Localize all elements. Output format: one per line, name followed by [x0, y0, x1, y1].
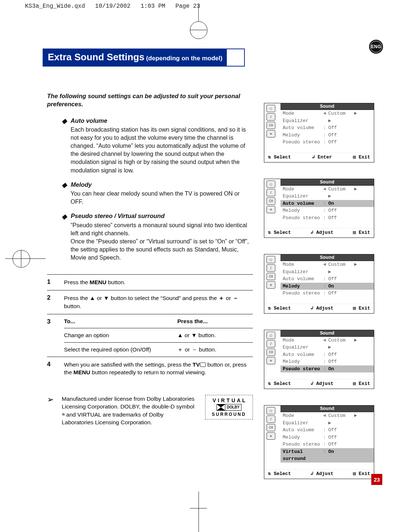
intro-text: The following sound settings can be adju… — [47, 92, 253, 108]
osd-row-mode: Mode◄Custom ► — [280, 412, 374, 419]
osd-title: Sound — [280, 254, 374, 261]
osd-screen: ▢♪CH≡SoundMode◄Custom ►Equalizer▶Auto vo… — [264, 405, 374, 479]
osd-row-mode: Mode◄Custom ► — [280, 186, 374, 193]
osd-row-av: Auto volume:Off — [280, 426, 374, 434]
osd-row-eq: Equalizer▶ — [280, 419, 374, 427]
osd-title: Sound — [280, 406, 374, 412]
nav-select: ⇅ Select — [268, 381, 291, 386]
osd-category-icons: ▢♪CH≡ — [264, 179, 280, 228]
osd-row-ps: Pseudo stereo:On — [280, 365, 374, 373]
tv-icon — [200, 363, 206, 367]
osd-nav-hints: ⇅ Select↲ Adjust▤ Exit — [264, 469, 374, 479]
nav-select: ⇅ Select — [268, 471, 291, 476]
osd-row-mode: Mode◄Custom ► — [280, 337, 374, 344]
osd-screenshots-column: ▢♪CH≡SoundMode◄Custom ►Equalizer▶Auto vo… — [264, 103, 374, 479]
osd-title: Sound — [280, 179, 374, 186]
osd-row-ps: Pseudo stereo:Off — [280, 214, 374, 222]
osd-screen: ▢♪CH≡SoundMode◄Custom ►Equalizer▶Auto vo… — [264, 330, 374, 389]
osd-row-mel: Melody:Off — [280, 434, 374, 441]
diamond-icon: ◆ — [62, 213, 67, 220]
channel-icon: CH — [267, 197, 275, 205]
dolby-dd-icon: DOLBY — [217, 404, 242, 411]
osd-row-mel: Melody:Off — [280, 358, 374, 365]
osd-category-icons: ▢♪CH≡ — [264, 254, 280, 304]
osd-row-mode: Mode◄Custom ► — [280, 261, 374, 268]
picture-icon: ▢ — [267, 105, 275, 112]
osd-row-ps: Pseudo stereo:Off — [280, 441, 374, 448]
osd-nav-hints: ⇅ Select↲ Adjust▤ Exit — [264, 304, 374, 313]
osd-row-eq: Equalizer▶ — [280, 117, 374, 125]
language-badge-label: ENG — [370, 41, 382, 53]
steps-table: 1 Press the MENU button. 2 Press the ▲ o… — [47, 274, 253, 380]
auto-volume-heading: ◆ Auto volume — [62, 117, 253, 125]
osd-screen: ▢♪CH≡SoundMode◄Custom ►Equalizer▶Auto vo… — [264, 179, 374, 238]
virtual-label: V I R T U A L — [207, 397, 251, 403]
nav-exit: ▤ Exit — [353, 229, 370, 235]
nav-select: ⇅ Select — [268, 305, 291, 311]
row-change-option: Change an option — [64, 328, 177, 343]
sound-icon: ♪ — [267, 340, 275, 347]
nav-middle: ↲ Adjust — [311, 381, 333, 386]
nav-middle: ↲ Enter — [312, 154, 332, 160]
osd-category-icons: ▢♪CH≡ — [264, 103, 280, 153]
body-column: The following sound settings can be adju… — [47, 92, 253, 426]
step-3: 3 To... Press the... Change an option ▲ … — [47, 314, 253, 357]
osd-category-icons: ▢♪CH≡ — [264, 330, 280, 379]
osd-nav-hints: ⇅ Select↲ Adjust▤ Exit — [264, 379, 374, 389]
print-pageno: Page 23 — [175, 3, 200, 10]
pseudo-stereo-text: “Pseudo stereo” converts a monaural soun… — [71, 221, 253, 262]
step-1: 1 Press the MENU button. — [47, 275, 253, 290]
nav-middle: ↲ Adjust — [311, 305, 333, 311]
osd-row-eq: Equalizer▶ — [280, 193, 374, 200]
dolby-note-text: Manufactured under license from Dolby La… — [62, 395, 199, 426]
melody-heading: ◆ Melody — [62, 181, 253, 189]
osd-row-ps: Pseudo stereo:Off — [280, 290, 374, 297]
function-icon: ≡ — [267, 357, 275, 364]
print-time: 1:03 PM — [140, 3, 165, 10]
nav-select: ⇅ Select — [268, 154, 291, 160]
channel-icon: CH — [267, 424, 275, 431]
nav-middle: ↲ Adjust — [311, 229, 333, 235]
page-number: 23 — [371, 474, 382, 485]
osd-row-vs: Virtual surround:On — [280, 448, 374, 463]
diamond-icon: ◆ — [62, 182, 67, 188]
step-4: 4 When you are satisfied with the settin… — [47, 357, 253, 380]
manual-page: KS3a_Eng_Wide.qxd 10/19/2002 1:03 PM Pag… — [0, 0, 397, 532]
melody-text: You can hear clear melody sound when the… — [71, 190, 253, 206]
osd-row-av: Auto volume:Off — [280, 275, 374, 283]
diamond-icon: ◆ — [62, 118, 67, 124]
function-icon: ≡ — [267, 206, 275, 213]
osd-row-ps: Pseudo stereo:Off — [280, 139, 374, 146]
note-arrow-icon: ➢ — [47, 395, 62, 404]
dolby-note: ➢ Manufactured under license from Dolby … — [47, 395, 253, 426]
section-title-bar: Extra Sound Settings (depending on the m… — [43, 49, 245, 67]
sound-icon: ♪ — [267, 264, 275, 272]
osd-row-eq: Equalizer▶ — [280, 268, 374, 276]
function-icon: ≡ — [267, 432, 275, 440]
step-2: 2 Press the ▲ or ▼ button to select the … — [47, 290, 253, 314]
nav-exit: ▤ Exit — [353, 471, 370, 476]
print-date: 10/19/2002 — [95, 3, 130, 10]
pseudo-stereo-heading: ◆ Pseudo stereo / Virtual surround — [62, 213, 253, 220]
picture-icon: ▢ — [267, 256, 275, 263]
nav-exit: ▤ Exit — [353, 381, 370, 386]
row-change-option-btn: ▲ or ▼ button. — [177, 328, 253, 343]
surround-label: SURROUND — [207, 412, 251, 417]
step-3-table: To... Press the... Change an option ▲ or… — [64, 314, 253, 357]
picture-icon: ▢ — [267, 407, 275, 414]
row-select-onoff: Select the required option (On/Off) — [64, 342, 177, 356]
channel-icon: CH — [267, 349, 275, 356]
osd-title: Sound — [280, 103, 374, 110]
title-main: Extra Sound Settings — [48, 51, 144, 63]
osd-row-mel: Melody:On — [280, 283, 374, 290]
osd-category-icons: ▢♪CH≡ — [264, 406, 280, 469]
channel-icon: CH — [267, 122, 275, 129]
osd-screen: ▢♪CH≡SoundMode◄Custom ►Equalizer▶Auto vo… — [264, 254, 374, 314]
dolby-logo-box: V I R T U A L DOLBY SURROUND — [205, 395, 253, 419]
osd-title: Sound — [280, 330, 374, 337]
auto-volume-text: Each broadcasting station has its own si… — [71, 126, 253, 174]
sound-icon: ♪ — [267, 113, 275, 121]
sound-icon: ♪ — [267, 415, 275, 423]
nav-exit: ▤ Exit — [353, 154, 370, 160]
osd-row-mode: Mode◄Custom ► — [280, 110, 374, 117]
